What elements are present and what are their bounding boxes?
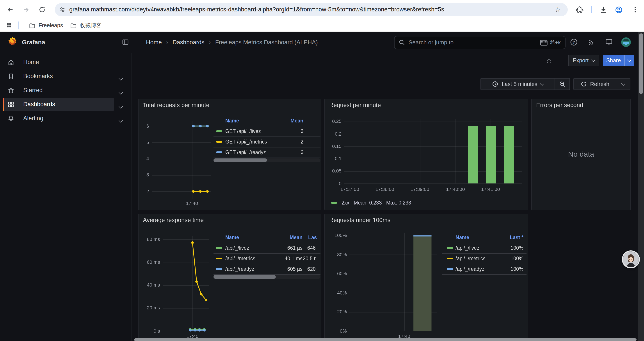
legend-table-row[interactable]: /api/_/readyz605 µs620 <box>214 264 320 274</box>
grafana-header: Grafana Home › Dashboards › Freeleaps Me… <box>0 32 644 53</box>
bookmark-folder-freeleaps[interactable]: Freeleaps <box>26 21 66 30</box>
breadcrumb-dashboards[interactable]: Dashboards <box>172 39 204 46</box>
panel-title[interactable]: Average response time <box>143 217 204 223</box>
legend-column-header[interactable]: Name <box>225 117 239 124</box>
legend-value: 20.5 r <box>274 253 316 264</box>
legend-swatch <box>216 151 222 153</box>
monitor-icon[interactable] <box>605 38 613 46</box>
search-input[interactable]: Search or jump to... ⌘+k <box>394 36 566 49</box>
legend-series-name: /api/_/metrics <box>456 253 486 264</box>
panel-title[interactable]: Requests under 100ms <box>329 217 390 223</box>
gridline-vertical <box>456 119 456 183</box>
legend-table-row[interactable]: GET /api/_/readyz6 <box>214 147 320 158</box>
legend-value: 620 <box>274 264 316 274</box>
apps-grid-icon[interactable] <box>6 22 12 30</box>
zoom-out-button[interactable] <box>554 78 570 90</box>
legend-column-header[interactable]: Mean <box>262 117 303 124</box>
favorite-dashboard-star-icon[interactable]: ☆ <box>546 56 552 65</box>
sidebar-item-dashboards[interactable]: Dashboards <box>3 98 114 111</box>
legend-series-name: GET /api/_/readyz <box>225 147 266 158</box>
legend-column-header[interactable]: Las <box>308 234 317 241</box>
sidebar-item-label: Home <box>23 56 39 69</box>
panel-title[interactable]: Total requests per minute <box>143 102 209 108</box>
legend-swatch <box>216 268 222 270</box>
panel-title[interactable]: Errors per second <box>536 102 583 108</box>
folder-icon <box>70 22 77 29</box>
legend-table-row[interactable]: /api/_/metrics40.1 ms20.5 r <box>214 253 320 264</box>
legend-column-header[interactable]: Name <box>225 234 239 241</box>
legend-table-row[interactable]: /api/_/livez661 µs646 <box>214 243 320 253</box>
search-icon <box>398 39 405 47</box>
chevron-down-icon[interactable] <box>119 102 126 108</box>
download-icon[interactable] <box>600 6 607 13</box>
chevron-down-icon[interactable] <box>119 74 126 80</box>
y-axis-tick-label: 80% <box>325 252 347 257</box>
y-axis-tick-label: 3 <box>138 172 149 178</box>
zoom-out-icon <box>559 81 566 87</box>
sidebar-toggle-icon[interactable] <box>122 39 129 47</box>
refresh-button[interactable]: Refresh <box>574 78 616 90</box>
time-range-picker[interactable]: Last 5 minutes <box>480 78 555 90</box>
dashboards-grid-icon <box>8 101 14 108</box>
site-settings-icon[interactable] <box>59 6 66 15</box>
y-axis-tick-label: 0 s <box>138 328 160 334</box>
chevron-down-icon[interactable] <box>119 116 126 122</box>
grafana-logo[interactable] <box>6 36 18 48</box>
legend-scrollbar-track[interactable] <box>214 275 320 279</box>
y-axis-tick-label: 0.05 <box>325 168 342 174</box>
chevron-down-icon[interactable] <box>119 88 126 94</box>
legend-series-name[interactable]: 2xx <box>342 200 350 205</box>
assistant-avatar[interactable] <box>623 251 639 267</box>
browser-menu-icon[interactable] <box>632 6 639 13</box>
vertical-scrollbar-thumb[interactable] <box>639 33 643 94</box>
refresh-interval-caret-button[interactable] <box>616 78 630 90</box>
news-rss-icon[interactable] <box>588 38 595 46</box>
legend-table-row[interactable]: GET /api/_/livez6 <box>214 126 320 137</box>
export-button[interactable]: Export <box>568 55 599 66</box>
gridline-vertical <box>192 236 193 331</box>
extensions-icon[interactable] <box>576 6 583 13</box>
url-bar[interactable]: grafana.mathmast.com/d/deytv4rwavabkb/fr… <box>55 3 568 16</box>
x-axis-tick-label: 17:40 <box>172 201 212 206</box>
y-axis-tick-label: 80 ms <box>138 236 160 242</box>
sidebar-item-alerting[interactable]: Alerting <box>3 112 114 125</box>
sidebar-item-bookmarks[interactable]: Bookmarks <box>3 70 114 83</box>
reload-button[interactable] <box>38 6 46 13</box>
panel-title[interactable]: Request per minute <box>329 102 381 108</box>
profile-icon[interactable] <box>615 6 622 13</box>
legend-table-row[interactable]: /api/_/metrics100% <box>442 253 526 264</box>
legend-scrollbar-track[interactable] <box>214 158 320 162</box>
bookmark-star-icon[interactable]: ☆ <box>555 6 561 13</box>
share-button[interactable]: Share <box>603 55 624 66</box>
keyboard-icon <box>540 40 548 46</box>
legend-scrollbar-thumb[interactable] <box>214 275 276 279</box>
gridline-vertical <box>404 233 405 331</box>
legend-value: 2 <box>262 137 303 147</box>
url-text[interactable]: grafana.mathmast.com/d/deytv4rwavabkb/fr… <box>69 3 444 16</box>
bookmark-folder-blogs[interactable]: 收藏博客 <box>67 21 105 30</box>
brand-title: Grafana <box>22 39 45 46</box>
bell-icon <box>8 115 14 122</box>
user-avatar[interactable] <box>621 37 631 47</box>
breadcrumb-home[interactable]: Home <box>146 39 162 46</box>
legend-value: 100% <box>482 264 524 274</box>
forward-button[interactable] <box>23 6 30 13</box>
legend-column-header[interactable]: Last * <box>482 234 524 241</box>
legend-table-row[interactable]: /api/_/livez100% <box>442 243 526 253</box>
refresh-label: Refresh <box>590 81 609 87</box>
share-caret-button[interactable] <box>624 55 634 66</box>
legend-column-header[interactable]: Name <box>456 234 469 241</box>
back-button[interactable] <box>6 6 14 13</box>
legend-scrollbar-thumb[interactable] <box>214 158 267 162</box>
sidebar-item-starred[interactable]: Starred <box>3 84 114 97</box>
legend-table-row[interactable]: GET /api/_/metrics2 <box>214 137 320 147</box>
y-axis-tick-label: 100% <box>325 233 347 238</box>
legend-table-row[interactable]: /api/_/readyz100% <box>442 264 526 274</box>
legend-series-name: /api/_/metrics <box>225 253 255 264</box>
horizontal-scrollbar-thumb[interactable] <box>134 338 636 341</box>
sidebar-item-home[interactable]: Home <box>3 56 114 69</box>
chart-area: 0.250.20.150.10.05017:37:0017:38:0017:39… <box>325 99 528 210</box>
sidebar-item-label: Starred <box>23 84 43 97</box>
legend-column-header[interactable]: Mean <box>261 234 302 241</box>
help-icon[interactable]: ? <box>570 38 578 46</box>
